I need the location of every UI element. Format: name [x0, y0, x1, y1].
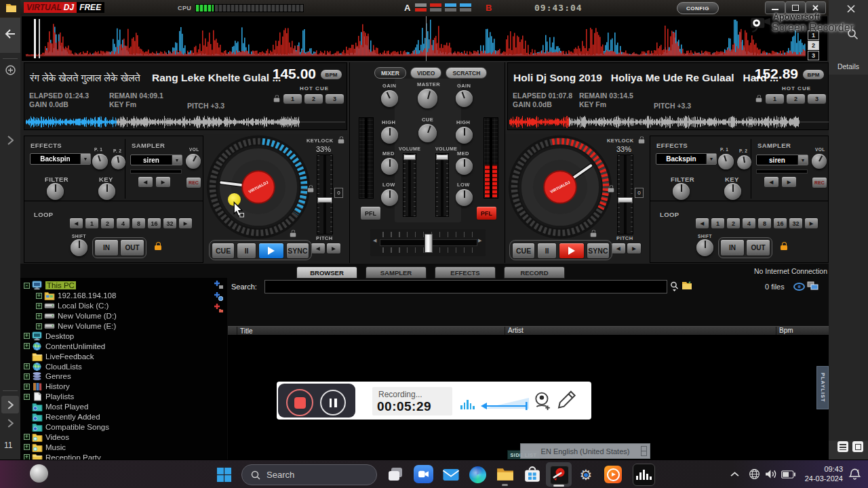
battery-icon[interactable]: [781, 470, 795, 479]
position-widget[interactable]: [415, 3, 427, 12]
folder-icon[interactable]: [5, 3, 17, 13]
expand-toggle[interactable]: +: [36, 293, 42, 299]
browser-panel-tab[interactable]: EFFECTS: [435, 266, 496, 279]
expand-toggle[interactable]: +: [24, 343, 30, 349]
position-widget[interactable]: [460, 3, 471, 12]
position-widget[interactable]: [445, 3, 456, 12]
task-view-button[interactable]: [387, 466, 405, 483]
effect-select[interactable]: Backspin▼: [656, 153, 717, 165]
filter-knob[interactable]: [47, 183, 64, 200]
chevron-down-icon[interactable]: ▼: [706, 154, 716, 164]
loop-in-button[interactable]: IN: [720, 239, 745, 256]
med-knob-a[interactable]: [381, 158, 398, 175]
volume-slider[interactable]: [479, 396, 532, 411]
low-knob-b[interactable]: [456, 189, 473, 206]
network-globe-icon[interactable]: [749, 468, 760, 480]
tree-item[interactable]: +Local Disk (C:): [20, 301, 227, 311]
pitch-fader[interactable]: [617, 155, 633, 235]
taskbar-search-box[interactable]: Search: [241, 464, 377, 485]
crossfader-handle[interactable]: [425, 234, 433, 253]
loop-double-button[interactable]: ▶: [804, 218, 818, 229]
tree-item-label[interactable]: Videos: [45, 433, 69, 441]
start-button[interactable]: [215, 466, 233, 483]
gain-knob-a[interactable]: [381, 90, 398, 107]
list-view-icon[interactable]: [837, 441, 848, 452]
tray-expand-icon[interactable]: [730, 471, 739, 477]
hot-cue-button[interactable]: 2: [786, 94, 806, 104]
cue-knob[interactable]: [418, 124, 437, 142]
tree-item-label[interactable]: LiveFeedback: [45, 352, 94, 361]
expand-toggle[interactable]: +: [24, 434, 30, 440]
tree-item-label[interactable]: Music: [45, 443, 66, 451]
tree-item[interactable]: +Desktop: [20, 331, 227, 341]
play-button[interactable]: [258, 243, 284, 259]
search-input[interactable]: [264, 280, 667, 293]
annotate-pencil-icon[interactable]: [556, 390, 576, 411]
lock-icon[interactable]: [591, 233, 597, 237]
add-cloud-icon[interactable]: [214, 292, 223, 301]
rhythm-window[interactable]: 123: [22, 16, 827, 62]
mixer-view-tab[interactable]: MIXER: [374, 67, 406, 79]
virtualdj-taskbar-button[interactable]: [546, 462, 572, 487]
tree-item-label[interactable]: ContentUnlimited: [45, 342, 105, 350]
expand-toggle[interactable]: +: [24, 333, 30, 339]
media-player-button[interactable]: [604, 466, 622, 483]
hot-cue-button[interactable]: 3: [807, 94, 827, 104]
crossfader-left-arrow[interactable]: ◀: [373, 238, 376, 243]
expand-toggle[interactable]: +: [24, 384, 30, 390]
loop-shift-knob[interactable]: [696, 239, 713, 256]
langbar-options-icon[interactable]: [641, 451, 647, 456]
hot-cue-button[interactable]: 1: [283, 94, 302, 104]
volume-fader-b[interactable]: [435, 153, 449, 217]
sample-next-button[interactable]: ▶: [781, 176, 797, 188]
add-folder-icon[interactable]: [214, 304, 223, 312]
loop-out-button[interactable]: OUT: [120, 239, 144, 256]
volume-fader-a-handle[interactable]: [403, 155, 416, 160]
notification-bell-icon[interactable]: z: [848, 468, 861, 481]
tree-item[interactable]: +History: [20, 382, 227, 392]
expand-toggle[interactable]: +: [36, 313, 42, 319]
sync-button[interactable]: SYNC: [587, 243, 610, 259]
stop-recording-button[interactable]: [286, 389, 313, 416]
chevron-down-icon[interactable]: ▼: [172, 155, 182, 165]
pitch-bend-down-button[interactable]: ◀: [311, 243, 326, 254]
mixer-view-tab[interactable]: VIDEO: [410, 67, 441, 79]
lock-icon[interactable]: [290, 233, 296, 237]
pause-button[interactable]: II: [237, 243, 256, 259]
taskbar-clock[interactable]: 09:43 24-03-2024: [802, 465, 843, 484]
pitch-bend-up-button[interactable]: ▶: [326, 243, 341, 254]
hot-cue-button[interactable]: 2: [304, 94, 323, 104]
pitch-reset-button[interactable]: 0: [635, 188, 644, 198]
tree-item-label[interactable]: Playlists: [45, 392, 74, 401]
lock-icon[interactable]: [756, 98, 762, 102]
loop-length-button[interactable]: 2: [726, 218, 741, 229]
sample-rec-button[interactable]: REC: [186, 177, 201, 188]
expand-toggle[interactable]: +: [24, 394, 30, 400]
tree-item[interactable]: LiveFeedback: [20, 351, 227, 361]
loop-length-button[interactable]: 2: [100, 218, 115, 229]
loop-shift-knob[interactable]: [71, 239, 87, 256]
chevron-right-icon[interactable]: [7, 419, 14, 428]
gain-knob-b[interactable]: [456, 90, 473, 107]
sample-next-button[interactable]: ▶: [155, 176, 171, 188]
cue-button[interactable]: CUE: [212, 243, 235, 259]
tree-item-label[interactable]: CloudLists: [45, 363, 82, 371]
expand-toggle[interactable]: +: [36, 323, 42, 329]
loop-out-button[interactable]: OUT: [746, 239, 770, 256]
weather-widget-icon[interactable]: [30, 464, 48, 483]
tree-item-label[interactable]: Genres: [45, 372, 71, 380]
loop-length-button[interactable]: 32: [163, 218, 177, 229]
tree-item-label[interactable]: Reception Party: [45, 453, 101, 460]
pitch-bend-up-button[interactable]: ▶: [627, 243, 642, 254]
browser-panel-tab[interactable]: RECORD: [504, 266, 565, 279]
lock-icon[interactable]: [608, 188, 614, 192]
loop-half-button[interactable]: ◀: [695, 218, 709, 229]
tree-item[interactable]: +Playlists: [20, 392, 227, 402]
tree-item-label[interactable]: Recently Added: [45, 413, 100, 421]
volume-icon[interactable]: [765, 469, 778, 479]
tree-item[interactable]: +ContentUnlimited: [20, 341, 227, 351]
bpm-badge[interactable]: BPM: [321, 70, 342, 79]
tree-item[interactable]: +192.168.194.108: [20, 291, 227, 301]
expand-toggle[interactable]: +: [24, 363, 30, 369]
mixer-view-tab[interactable]: SCRATCH: [446, 67, 487, 79]
